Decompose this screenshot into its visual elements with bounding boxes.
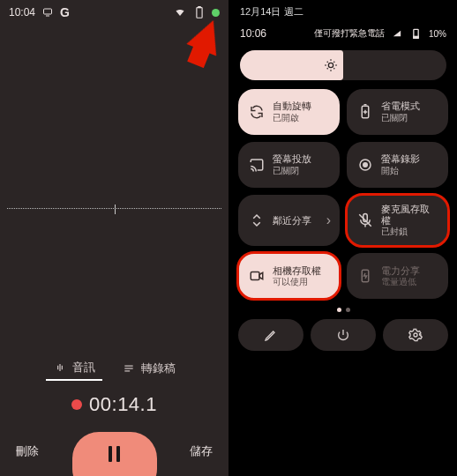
cast-icon [249,157,265,173]
rotate-icon [249,104,265,120]
signal-icon [390,29,404,38]
pause-button[interactable] [72,432,157,476]
gear-icon [408,328,423,342]
camera-icon [249,268,265,284]
power-button[interactable] [311,319,376,351]
status-bar: 10:04 G [0,0,228,19]
record-icon [357,157,373,173]
tile-label: 麥克風存取權 [381,204,438,227]
status-time: 10:04 [9,6,35,19]
tile-label: 螢幕錄影 [381,153,420,165]
list-icon [122,362,136,375]
privacy-indicator-dot [212,9,220,17]
tile-screen-record[interactable]: 螢幕錄影 開始 [347,142,448,188]
qs-battery-text: 10% [429,29,446,39]
tile-label: 鄰近分享 [273,215,311,227]
cast-icon [41,7,55,18]
qs-tiles-grid: 自動旋轉 已開啟 省電模式 已關閉 螢幕投放 已關閉 螢幕錄影 開始 [229,89,457,299]
qs-date: 12月14日 週二 [229,0,457,19]
qs-status-row: 10:06 僅可撥打緊急電話 10% [229,19,457,40]
wifi-icon [173,7,187,18]
tab-transcript-label: 轉錄稿 [141,361,176,376]
settings-button[interactable] [383,319,448,351]
tile-label: 自動旋轉 [273,100,311,112]
tab-audio[interactable]: 音訊 [46,356,102,381]
recording-time: 00:14.1 [89,393,157,416]
brightness-slider[interactable] [240,50,446,80]
tile-battery-saver[interactable]: 省電模式 已關閉 [347,89,448,135]
tile-cast[interactable]: 螢幕投放 已關閉 [238,142,340,188]
svg-rect-0 [44,9,52,14]
tile-nearby-share[interactable]: 鄰近分享 [238,195,340,246]
waveform [7,208,221,209]
tile-sub: 已關閉 [273,166,311,176]
delete-button[interactable]: 刪除 [16,443,39,459]
tile-sub: 電量過低 [381,277,420,287]
mic-off-icon [357,212,373,228]
svg-point-8 [328,63,333,67]
tile-label: 電力分享 [381,265,420,277]
battery-icon [409,28,423,39]
svg-rect-2 [199,6,200,7]
recorder-tabs: 音訊 轉錄稿 [0,356,228,381]
tab-audio-label: 音訊 [72,360,95,376]
tile-camera-access[interactable]: 相機存取權 可以使用 [238,253,340,299]
power-icon [336,328,350,342]
power-share-icon [357,268,373,284]
qs-footer [229,319,457,361]
pencil-icon [264,328,278,342]
edit-button[interactable] [238,319,303,351]
nearby-share-icon [249,212,265,228]
tab-transcript[interactable]: 轉錄稿 [115,356,183,381]
tile-sub: 已開啟 [273,113,311,123]
save-button[interactable]: 儲存 [190,443,213,459]
recording-indicator-icon [71,399,82,410]
tile-power-share[interactable]: 電力分享 電量過低 [347,253,448,299]
recorder-screen: 10:04 G 音訊 轉錄稿 [0,0,228,476]
svg-point-16 [414,333,417,337]
tile-sub: 開始 [381,166,420,176]
page-indicator [229,308,457,312]
tile-sub: 已關閉 [381,113,420,123]
tile-mic-access[interactable]: 麥克風存取權 已封鎖 [347,195,448,246]
svg-rect-7 [414,36,418,38]
audio-icon [53,361,67,374]
recorder-bottom-bar: 刪除 儲存 [0,427,228,476]
google-logo: G [60,5,70,19]
tile-sub: 可以使用 [273,277,321,287]
quick-settings-screen: 12月14日 週二 10:06 僅可撥打緊急電話 10% 自動旋轉 已開啟 [228,0,457,476]
tile-label: 相機存取權 [273,265,321,277]
qs-time: 10:06 [240,27,266,40]
svg-point-12 [363,163,368,167]
tile-label: 螢幕投放 [273,153,311,165]
qs-network-text: 僅可撥打緊急電話 [314,27,385,40]
red-arrow-annotation [187,15,228,56]
tile-sub: 已封鎖 [381,227,438,237]
tile-auto-rotate[interactable]: 自動旋轉 已開啟 [238,89,340,135]
battery-saver-icon [357,104,373,120]
pause-icon [109,446,120,462]
svg-rect-14 [251,272,259,280]
recording-time-row: 00:14.1 [0,393,228,416]
brightness-icon [324,58,338,72]
tile-label: 省電模式 [381,100,420,112]
chevron-right-icon [326,212,331,228]
